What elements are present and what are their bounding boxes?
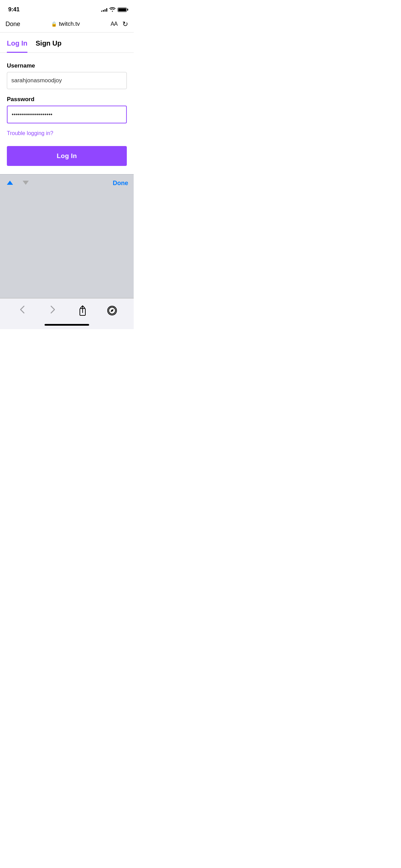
tabs-container: Log In Sign Up: [0, 33, 134, 53]
home-indicator: [0, 321, 134, 329]
compass-button[interactable]: [107, 306, 117, 315]
browser-nav-bar: Done 🔒 twitch.tv AA ↻: [0, 17, 134, 33]
keyboard-area: [0, 192, 134, 298]
signal-bars-icon: [101, 8, 107, 12]
browser-controls: AA ↻: [111, 20, 128, 28]
form-container: Username Password Trouble logging in? Lo…: [0, 53, 134, 174]
tab-login[interactable]: Log In: [7, 39, 27, 53]
lock-icon: 🔒: [51, 21, 57, 27]
username-label: Username: [7, 62, 127, 69]
browser-url-area: 🔒 twitch.tv: [51, 21, 80, 27]
keyboard-toolbar: Done: [0, 174, 134, 192]
trouble-logging-in-link[interactable]: Trouble logging in?: [7, 130, 127, 136]
username-input[interactable]: [7, 72, 127, 89]
status-icons: [101, 7, 127, 13]
refresh-button[interactable]: ↻: [122, 20, 128, 28]
main-content: Log In Sign Up Username Password Trouble…: [0, 33, 134, 174]
tab-signup[interactable]: Sign Up: [36, 39, 62, 52]
status-time: 9:41: [8, 6, 20, 13]
username-field-group: Username: [7, 62, 127, 89]
password-input[interactable]: [7, 106, 127, 123]
keyboard-nav-buttons: [5, 178, 30, 188]
back-button[interactable]: [17, 303, 27, 318]
battery-icon: [118, 8, 127, 12]
wifi-icon: [109, 7, 116, 13]
browser-bottom-bar: [0, 298, 134, 321]
login-button[interactable]: Log In: [7, 146, 127, 166]
status-bar: 9:41: [0, 0, 134, 17]
browser-done-button[interactable]: Done: [5, 21, 20, 28]
font-size-button[interactable]: AA: [111, 21, 118, 27]
share-button[interactable]: [78, 305, 87, 316]
browser-url: twitch.tv: [59, 21, 80, 27]
password-field-group: Password: [7, 96, 127, 123]
home-bar: [45, 324, 89, 326]
forward-button[interactable]: [48, 303, 58, 318]
keyboard-done-button[interactable]: Done: [113, 180, 128, 187]
password-label: Password: [7, 96, 127, 103]
keyboard-prev-field-button[interactable]: [5, 178, 14, 188]
keyboard-next-field-button[interactable]: [21, 178, 30, 188]
